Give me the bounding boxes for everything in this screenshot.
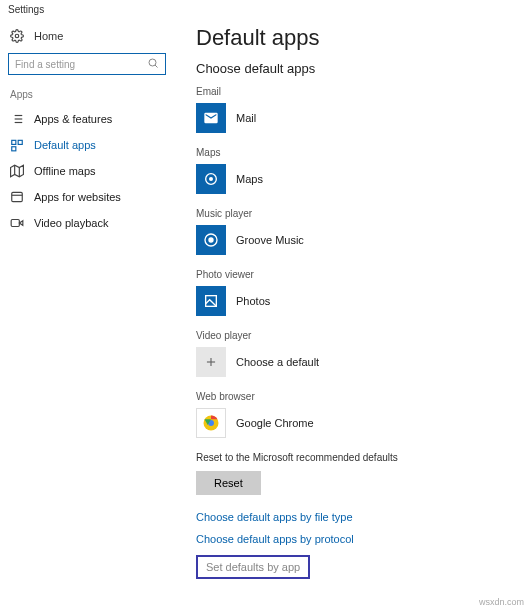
app-name: Groove Music — [236, 234, 304, 246]
category-photo: Photo viewer Photos — [196, 269, 520, 316]
svg-point-1 — [149, 59, 156, 66]
page-title: Default apps — [196, 25, 520, 51]
sub-heading: Choose default apps — [196, 61, 520, 76]
groove-icon — [196, 225, 226, 255]
link-protocol[interactable]: Choose default apps by protocol — [196, 533, 520, 545]
category-music: Music player Groove Music — [196, 208, 520, 255]
main-content: Default apps Choose default apps Email M… — [170, 19, 530, 599]
home-label: Home — [34, 30, 63, 42]
nav-label: Apps for websites — [34, 191, 121, 203]
app-name: Maps — [236, 173, 263, 185]
app-selector-email[interactable]: Mail — [196, 103, 520, 133]
svg-rect-15 — [12, 192, 23, 201]
app-selector-video[interactable]: Choose a default — [196, 347, 520, 377]
app-name: Mail — [236, 112, 256, 124]
gear-icon — [10, 29, 24, 43]
home-nav[interactable]: Home — [8, 25, 166, 47]
website-icon — [10, 190, 24, 204]
sidebar: Home Apps Apps & features Default apps — [0, 19, 170, 599]
link-file-type[interactable]: Choose default apps by file type — [196, 511, 520, 523]
nav-label: Offline maps — [34, 165, 96, 177]
category-browser: Web browser Google Chrome — [196, 391, 520, 438]
chrome-icon — [196, 408, 226, 438]
nav-label: Default apps — [34, 139, 96, 151]
reset-description: Reset to the Microsoft recommended defau… — [196, 452, 520, 463]
svg-point-20 — [209, 177, 213, 181]
app-selector-photo[interactable]: Photos — [196, 286, 520, 316]
maps-icon — [196, 164, 226, 194]
svg-line-2 — [155, 65, 158, 68]
mail-icon — [196, 103, 226, 133]
category-email: Email Mail — [196, 86, 520, 133]
nav-video-playback[interactable]: Video playback — [8, 210, 166, 236]
reset-button[interactable]: Reset — [196, 471, 261, 495]
nav-default-apps[interactable]: Default apps — [8, 132, 166, 158]
nav-apps-features[interactable]: Apps & features — [8, 106, 166, 132]
sidebar-section-label: Apps — [10, 89, 164, 100]
link-set-defaults-by-app[interactable]: Set defaults by app — [196, 555, 310, 579]
app-name: Choose a default — [236, 356, 319, 368]
search-box[interactable] — [8, 53, 166, 75]
attribution-text: wsxdn.com — [479, 597, 524, 607]
app-selector-maps[interactable]: Maps — [196, 164, 520, 194]
map-icon — [10, 164, 24, 178]
category-label: Music player — [196, 208, 520, 219]
search-input[interactable] — [15, 59, 147, 70]
svg-marker-12 — [11, 165, 24, 177]
svg-rect-17 — [11, 220, 19, 227]
category-label: Email — [196, 86, 520, 97]
svg-point-0 — [15, 34, 19, 38]
search-icon — [147, 57, 159, 71]
video-icon — [10, 216, 24, 230]
category-label: Web browser — [196, 391, 520, 402]
svg-point-22 — [209, 238, 213, 242]
category-label: Video player — [196, 330, 520, 341]
app-name: Google Chrome — [236, 417, 314, 429]
app-selector-music[interactable]: Groove Music — [196, 225, 520, 255]
defaults-icon — [10, 138, 24, 152]
plus-icon — [196, 347, 226, 377]
category-maps: Maps Maps — [196, 147, 520, 194]
app-name: Photos — [236, 295, 270, 307]
photos-icon — [196, 286, 226, 316]
category-video: Video player Choose a default — [196, 330, 520, 377]
list-icon — [10, 112, 24, 126]
nav-apps-websites[interactable]: Apps for websites — [8, 184, 166, 210]
category-label: Photo viewer — [196, 269, 520, 280]
nav-label: Apps & features — [34, 113, 112, 125]
svg-rect-9 — [12, 140, 16, 144]
window-title: Settings — [0, 0, 530, 19]
nav-label: Video playback — [34, 217, 108, 229]
nav-offline-maps[interactable]: Offline maps — [8, 158, 166, 184]
svg-rect-11 — [12, 147, 16, 151]
svg-rect-10 — [18, 140, 22, 144]
app-selector-browser[interactable]: Google Chrome — [196, 408, 520, 438]
settings-container: Home Apps Apps & features Default apps — [0, 19, 530, 599]
category-label: Maps — [196, 147, 520, 158]
